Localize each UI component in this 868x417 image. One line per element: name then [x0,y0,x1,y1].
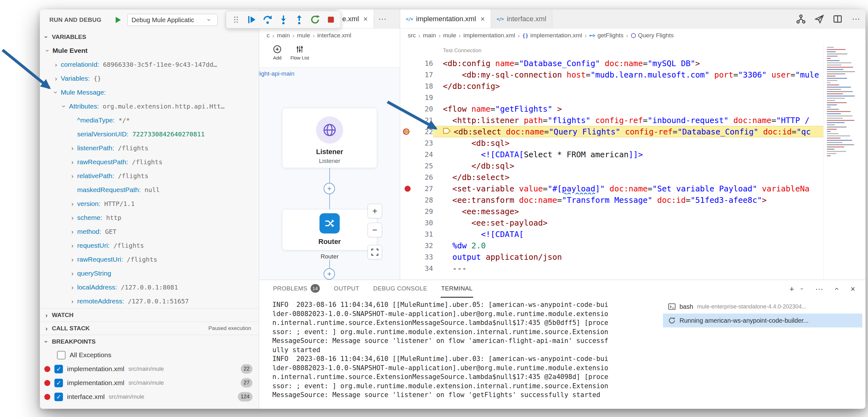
breadcrumb-item[interactable]: mule [297,32,310,39]
breadcrumb-item[interactable]: interface.xml [317,32,351,39]
launch-configuration-dropdown[interactable]: Debug Mule Applicatic › [127,14,218,26]
more-actions-button[interactable]: ··· [851,14,861,24]
router-node[interactable]: Router [282,209,377,250]
variable-row[interactable]: ›method:GET [40,225,259,239]
breakpoint-checkbox[interactable]: ✓ [54,365,63,373]
close-panel-button[interactable]: × [849,285,857,294]
tab-overflow-button[interactable]: ··· [374,9,391,28]
code-line-28[interactable]: 28 <ee:transform doc:name="Transform Mes… [400,194,824,206]
all-exceptions-checkbox[interactable] [57,351,65,359]
restart-button[interactable] [308,13,322,27]
chevron-down-icon[interactable]: › [44,47,52,55]
breadcrumb-item[interactable]: main [277,32,290,39]
code-line-20[interactable]: 20<flow name="getFlights" > [400,103,824,115]
code-line-19[interactable]: 19 [400,92,824,103]
terminal-session[interactable]: Running american-ws-anypoint-code-builde… [663,314,862,327]
code-line-17[interactable]: 17 <db:my-sql-connection host="mudb.lear… [400,69,824,80]
breakpoint-checkbox[interactable]: ✓ [54,393,63,401]
code-line-25[interactable]: 25 </db:sql> [400,160,824,172]
breakpoint-icon[interactable] [400,186,415,192]
chevron-right-icon[interactable]: › [52,60,60,69]
chevron-right-icon[interactable]: › [68,214,76,222]
code-line-30[interactable]: 30 <ee:set-payload> [400,217,824,229]
all-exceptions-row[interactable]: All Exceptions [40,348,259,362]
terminal-dropdown-button[interactable]: › [798,285,806,293]
call-stack-section-header[interactable]: › CALL STACK Paused execution [40,322,259,335]
toolbar-drag-handle[interactable] [229,13,243,27]
insert-component-button[interactable]: + [323,183,335,194]
close-icon[interactable]: × [364,14,368,23]
chevron-right-icon[interactable]: › [68,269,76,277]
variable-row[interactable]: ›Mule Event [40,44,259,58]
flow-canvas[interactable]: american-flight-api-main Listener Listen… [259,68,400,280]
code-line-21[interactable]: 21 <http:listener path="flights" config-… [400,115,824,126]
tab-implementation-xml[interactable]: </>implementation.xml× [400,9,491,28]
panel-more-actions-button[interactable]: ··· [815,285,823,294]
code-line-26[interactable]: 26 </db:select> [400,172,824,183]
chevron-right-icon[interactable]: › [68,144,76,152]
variable-row[interactable]: ›rawRequestUri:/flights [40,252,259,266]
breakpoint-row[interactable]: ✓implementation.xmlsrc/main/mule27 [40,376,259,390]
flow-list-button[interactable]: Flow List [290,45,309,60]
variable-row[interactable]: ›rawRequestPath:/flights [40,155,259,169]
breadcrumb-item[interactable]: src [408,32,416,39]
breakpoint-row[interactable]: ✓implementation.xmlsrc/main/mule22 [40,362,259,376]
variable-row[interactable]: ›scheme:http [40,211,259,225]
code-line-24[interactable]: 24 <![CDATA[Select * FROM american]]> [400,149,824,160]
step-into-button[interactable] [276,13,290,27]
breadcrumb-item[interactable]: mule [443,32,456,39]
chevron-right-icon[interactable]: › [68,283,76,291]
breadcrumb-item[interactable]: getFlights [589,32,623,39]
zoom-in-button[interactable]: + [368,204,382,218]
maximize-panel-button[interactable]: › [832,285,840,293]
start-debug-button[interactable] [112,14,124,26]
code-line-18[interactable]: 18</db:config> [400,80,824,92]
chevron-down-icon[interactable]: › [60,102,68,111]
chevron-right-icon[interactable]: › [52,75,60,83]
stop-button[interactable] [324,13,338,27]
tab-interface-xml-partial[interactable]: e.xml × [337,9,374,28]
variable-row[interactable]: ›correlationId:68966330-3c5f-11ee-9c43-1… [40,58,259,71]
chevron-right-icon[interactable]: › [68,200,76,208]
variable-row[interactable]: ›requestUri:/flights [40,239,259,252]
variable-row[interactable]: ›listenerPath:/flights [40,141,259,155]
variable-row[interactable]: serialVersionUID:7227330842640270811 [40,127,259,141]
panel-tab-terminal[interactable]: TERMINAL [441,280,473,298]
add-component-button[interactable]: Add [273,45,282,60]
variable-row[interactable]: ›Attributes:org.mule.extension.http.api.… [40,99,259,113]
code-line-23[interactable]: 23 <db:sql> [400,137,824,149]
minimap[interactable] [824,42,865,280]
test-connection-codelens[interactable]: Test Connection [400,47,865,58]
terminal-session[interactable]: bashmule-enterprise-standalone-4.4.0-202… [663,300,862,314]
tab-interface-xml[interactable]: </>interface.xml [491,9,552,28]
breadcrumb-item[interactable]: c [267,32,270,39]
variable-row[interactable]: ^mediaType:*/* [40,113,259,127]
step-over-button[interactable] [261,13,275,27]
breadcrumb-item[interactable]: {}implementation.xml [522,32,582,39]
chevron-right-icon[interactable]: › [68,255,76,264]
code-line-34[interactable]: 34 --- [400,263,824,274]
variable-row[interactable]: maskedRequestPath:null [40,183,259,197]
variable-row[interactable]: ›remoteAddress:/127.0.0.1:51657 [40,294,259,308]
breadcrumb-item[interactable]: main [423,32,436,39]
chevron-down-icon[interactable]: › [52,88,60,96]
code-editor[interactable]: Test Connection 16<db:config name="Datab… [400,42,865,280]
breakpoints-section-header[interactable]: › BREAKPOINTS [40,335,259,348]
breakpoint-row[interactable]: ✓interface.xmlsrc/main/mule124 [40,390,259,404]
watch-section-header[interactable]: › WATCH [40,308,259,322]
chevron-right-icon[interactable]: › [68,158,76,166]
chevron-right-icon[interactable]: › [68,228,76,236]
code-line-27[interactable]: 27 <set-variable value="#[payload]" doc:… [400,183,824,194]
chevron-right-icon[interactable]: › [68,172,76,180]
breadcrumb-item[interactable]: Query Flights [631,32,674,39]
zoom-out-button[interactable]: − [368,223,382,237]
insert-component-button[interactable]: + [323,268,335,280]
code-line-29[interactable]: 29 <ee:message> [400,206,824,217]
listener-node[interactable]: Listener Listener [282,108,377,168]
code-line-32[interactable]: 32 %dw 2.0 [400,240,824,251]
step-out-button[interactable] [292,13,306,27]
breakpoint-paused-icon[interactable] [400,127,415,136]
split-editor-button[interactable] [833,14,843,24]
panel-tab-problems[interactable]: PROBLEMS14 [272,280,320,298]
flow-title-link[interactable]: american-flight-api-main [259,70,294,77]
